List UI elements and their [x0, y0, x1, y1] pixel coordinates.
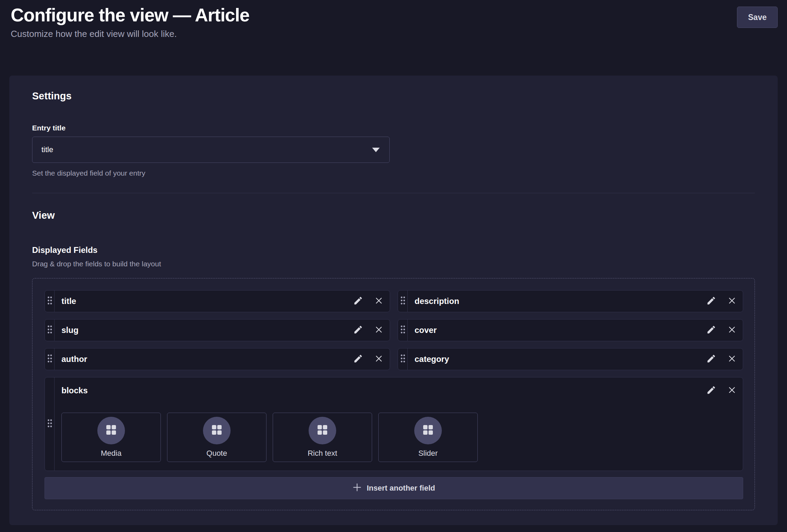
view-heading: View: [32, 210, 755, 221]
remove-field-button[interactable]: [728, 296, 736, 306]
field-row-blocks[interactable]: blocks Media: [45, 377, 743, 471]
fields-grid: title description slug: [45, 290, 743, 370]
section-divider: [32, 193, 755, 193]
field-row-actions: [353, 290, 390, 312]
field-row-slug[interactable]: slug: [45, 319, 390, 341]
remove-field-button[interactable]: [375, 354, 383, 364]
blocks-content: blocks Media: [55, 377, 743, 471]
settings-heading: Settings: [32, 76, 755, 102]
entry-title-label: Entry title: [32, 124, 755, 132]
drag-dots-icon: [400, 296, 406, 306]
component-grid-icon: [422, 424, 434, 437]
chevron-down-icon: [372, 148, 380, 152]
field-row-description[interactable]: description: [398, 290, 743, 312]
component-icon-circle: [414, 417, 442, 444]
entry-title-hint: Set the displayed field of your entry: [32, 169, 755, 177]
pencil-icon: [353, 354, 363, 365]
pencil-icon: [353, 325, 363, 336]
component-label: Slider: [418, 449, 438, 458]
component-cards: Media Quote Rich text Slider: [61, 413, 736, 462]
field-row-label: title: [55, 290, 353, 312]
drag-dots-icon: [47, 296, 52, 306]
pencil-icon: [706, 296, 716, 307]
close-icon: [728, 354, 736, 364]
blocks-header: blocks: [61, 383, 736, 398]
content-card: Settings Entry title title Set the displ…: [9, 76, 778, 525]
plus-icon: [352, 483, 362, 494]
drag-handle[interactable]: [45, 290, 55, 312]
close-icon: [375, 354, 383, 364]
field-row-label: category: [408, 348, 706, 370]
edit-field-button[interactable]: [706, 354, 716, 365]
field-row-label: slug: [55, 319, 353, 341]
field-row-label: author: [55, 348, 353, 370]
pencil-icon: [706, 354, 716, 365]
displayed-fields-label: Displayed Fields: [32, 245, 755, 255]
component-card-quote[interactable]: Quote: [167, 413, 266, 462]
component-icon-circle: [203, 417, 231, 444]
drag-handle[interactable]: [45, 377, 55, 471]
drag-handle[interactable]: [45, 319, 55, 341]
drag-dots-icon: [400, 354, 406, 364]
pencil-icon: [706, 385, 716, 396]
field-row-title[interactable]: title: [45, 290, 390, 312]
drag-dots-icon: [47, 419, 52, 429]
drag-handle[interactable]: [398, 290, 408, 312]
field-row-actions: [353, 348, 390, 370]
component-card-rich-text[interactable]: Rich text: [273, 413, 372, 462]
component-label: Media: [101, 449, 122, 458]
edit-field-button[interactable]: [706, 296, 716, 307]
component-icon-circle: [97, 417, 125, 444]
save-button[interactable]: Save: [737, 7, 778, 28]
component-label: Quote: [206, 449, 227, 458]
close-icon: [375, 296, 383, 306]
remove-field-button[interactable]: [375, 325, 383, 335]
drag-dots-icon: [47, 325, 52, 335]
drag-handle[interactable]: [45, 348, 55, 370]
component-icon-circle: [309, 417, 336, 444]
field-row-category[interactable]: category: [398, 348, 743, 370]
field-row-actions: [706, 348, 743, 370]
component-card-media[interactable]: Media: [61, 413, 161, 462]
page-title: Configure the view — Article: [11, 5, 250, 26]
field-row-actions: [706, 290, 743, 312]
pencil-icon: [706, 325, 716, 336]
field-row-label: cover: [408, 319, 706, 341]
pencil-icon: [353, 296, 363, 307]
entry-title-selected-value: title: [41, 145, 53, 154]
remove-field-button[interactable]: [728, 325, 736, 335]
field-row-actions: [706, 319, 743, 341]
blocks-actions: [706, 385, 736, 396]
page-header: Configure the view — Article Customize h…: [0, 0, 787, 39]
insert-another-field-button[interactable]: Insert another field: [45, 477, 743, 499]
close-icon: [375, 325, 383, 335]
insert-another-field-label: Insert another field: [367, 484, 435, 493]
edit-field-button[interactable]: [353, 325, 363, 336]
drag-handle[interactable]: [398, 319, 408, 341]
field-row-actions: [353, 319, 390, 341]
close-icon: [728, 296, 736, 306]
edit-field-button[interactable]: [706, 385, 716, 396]
remove-field-button[interactable]: [728, 386, 736, 395]
edit-field-button[interactable]: [706, 325, 716, 336]
field-row-author[interactable]: author: [45, 348, 390, 370]
component-card-slider[interactable]: Slider: [378, 413, 478, 462]
page-header-text: Configure the view — Article Customize h…: [11, 5, 250, 39]
edit-field-button[interactable]: [353, 296, 363, 307]
blocks-field-label: blocks: [61, 386, 88, 395]
component-grid-icon: [317, 424, 328, 437]
remove-field-button[interactable]: [728, 354, 736, 364]
entry-title-select[interactable]: title: [32, 137, 390, 163]
field-row-cover[interactable]: cover: [398, 319, 743, 341]
page-subtitle: Customize how the edit view will look li…: [11, 29, 250, 39]
remove-field-button[interactable]: [375, 296, 383, 306]
edit-field-button[interactable]: [353, 354, 363, 365]
drag-handle[interactable]: [398, 348, 408, 370]
component-grid-icon: [106, 424, 117, 437]
close-icon: [728, 325, 736, 335]
close-icon: [728, 386, 736, 395]
field-row-label: description: [408, 290, 706, 312]
component-grid-icon: [211, 424, 222, 437]
fields-dropzone: title description slug: [32, 278, 755, 510]
drag-dots-icon: [47, 354, 52, 364]
